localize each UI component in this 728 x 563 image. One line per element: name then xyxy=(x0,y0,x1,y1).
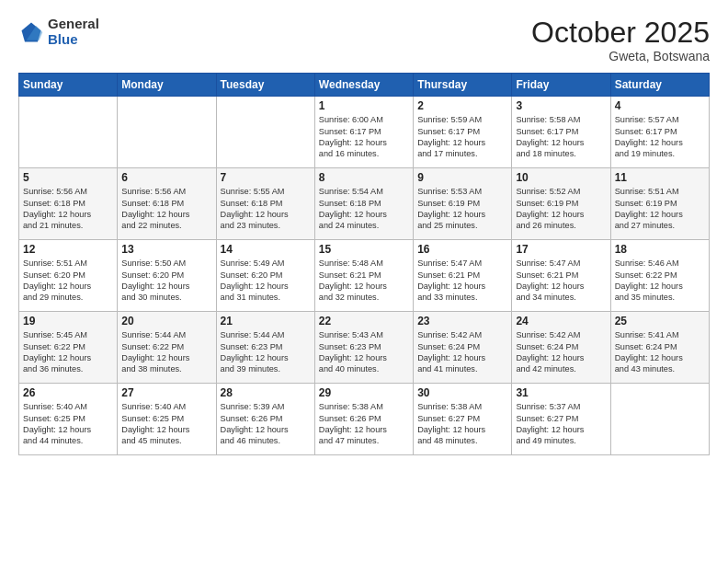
calendar-cell xyxy=(19,97,118,168)
calendar-cell: 26Sunrise: 5:40 AM Sunset: 6:25 PM Dayli… xyxy=(19,384,118,455)
day-of-week-thursday: Thursday xyxy=(414,74,512,97)
day-number: 16 xyxy=(417,243,507,256)
day-number: 6 xyxy=(121,171,211,184)
day-info: Sunrise: 5:45 AM Sunset: 6:22 PM Dayligh… xyxy=(23,329,113,375)
day-number: 18 xyxy=(615,243,705,256)
day-number: 11 xyxy=(615,171,705,184)
day-info: Sunrise: 5:52 AM Sunset: 6:19 PM Dayligh… xyxy=(516,186,606,232)
calendar-cell: 6Sunrise: 5:56 AM Sunset: 6:18 PM Daylig… xyxy=(118,168,216,240)
header: General Blue October 2025 Gweta, Botswan… xyxy=(18,17,710,63)
calendar-table: SundayMondayTuesdayWednesdayThursdayFrid… xyxy=(18,73,710,455)
calendar-cell: 7Sunrise: 5:55 AM Sunset: 6:18 PM Daylig… xyxy=(216,168,314,240)
logo-blue-text: Blue xyxy=(48,32,99,48)
day-info: Sunrise: 5:55 AM Sunset: 6:18 PM Dayligh… xyxy=(221,186,311,232)
day-of-week-saturday: Saturday xyxy=(610,74,709,97)
logo-icon xyxy=(18,19,44,45)
day-number: 21 xyxy=(221,315,311,327)
day-number: 3 xyxy=(516,99,606,112)
calendar-cell: 13Sunrise: 5:50 AM Sunset: 6:20 PM Dayli… xyxy=(118,240,216,312)
day-info: Sunrise: 6:00 AM Sunset: 6:17 PM Dayligh… xyxy=(319,114,409,160)
day-info: Sunrise: 5:39 AM Sunset: 6:26 PM Dayligh… xyxy=(221,401,311,447)
day-info: Sunrise: 5:49 AM Sunset: 6:20 PM Dayligh… xyxy=(221,258,311,304)
logo-text: General Blue xyxy=(48,17,99,47)
day-of-week-sunday: Sunday xyxy=(19,74,118,97)
day-of-week-friday: Friday xyxy=(512,74,610,97)
day-number: 29 xyxy=(319,386,409,399)
calendar-cell: 18Sunrise: 5:46 AM Sunset: 6:22 PM Dayli… xyxy=(610,240,709,312)
calendar-cell: 23Sunrise: 5:42 AM Sunset: 6:24 PM Dayli… xyxy=(414,312,512,384)
calendar-cell xyxy=(216,97,314,168)
calendar-cell: 4Sunrise: 5:57 AM Sunset: 6:17 PM Daylig… xyxy=(610,97,709,168)
day-number: 19 xyxy=(23,315,113,327)
day-info: Sunrise: 5:42 AM Sunset: 6:24 PM Dayligh… xyxy=(417,329,507,375)
day-info: Sunrise: 5:51 AM Sunset: 6:20 PM Dayligh… xyxy=(23,258,113,304)
day-number: 2 xyxy=(417,99,507,112)
day-info: Sunrise: 5:38 AM Sunset: 6:27 PM Dayligh… xyxy=(417,401,507,447)
day-number: 12 xyxy=(23,243,113,256)
day-number: 22 xyxy=(319,315,409,327)
day-of-week-wednesday: Wednesday xyxy=(314,74,413,97)
calendar-cell: 3Sunrise: 5:58 AM Sunset: 6:17 PM Daylig… xyxy=(512,97,610,168)
calendar-cell xyxy=(610,384,709,455)
logo: General Blue xyxy=(18,17,99,47)
calendar-cell: 8Sunrise: 5:54 AM Sunset: 6:18 PM Daylig… xyxy=(314,168,413,240)
logo-general-text: General xyxy=(48,17,99,32)
day-info: Sunrise: 5:47 AM Sunset: 6:21 PM Dayligh… xyxy=(516,258,606,304)
calendar-cell: 10Sunrise: 5:52 AM Sunset: 6:19 PM Dayli… xyxy=(512,168,610,240)
day-info: Sunrise: 5:44 AM Sunset: 6:23 PM Dayligh… xyxy=(221,329,311,375)
day-number: 30 xyxy=(417,386,507,399)
day-info: Sunrise: 5:43 AM Sunset: 6:23 PM Dayligh… xyxy=(319,329,409,375)
day-info: Sunrise: 5:46 AM Sunset: 6:22 PM Dayligh… xyxy=(615,258,705,304)
calendar-cell: 15Sunrise: 5:48 AM Sunset: 6:21 PM Dayli… xyxy=(314,240,413,312)
calendar-cell: 28Sunrise: 5:39 AM Sunset: 6:26 PM Dayli… xyxy=(216,384,314,455)
day-info: Sunrise: 5:56 AM Sunset: 6:18 PM Dayligh… xyxy=(121,186,211,232)
calendar-cell: 12Sunrise: 5:51 AM Sunset: 6:20 PM Dayli… xyxy=(19,240,118,312)
day-number: 17 xyxy=(516,243,606,256)
day-number: 20 xyxy=(121,315,211,327)
calendar-cell: 27Sunrise: 5:40 AM Sunset: 6:25 PM Dayli… xyxy=(118,384,216,455)
day-info: Sunrise: 5:54 AM Sunset: 6:18 PM Dayligh… xyxy=(319,186,409,232)
day-number: 31 xyxy=(516,386,606,399)
calendar-cell: 2Sunrise: 5:59 AM Sunset: 6:17 PM Daylig… xyxy=(414,97,512,168)
calendar-cell: 9Sunrise: 5:53 AM Sunset: 6:19 PM Daylig… xyxy=(414,168,512,240)
calendar-cell: 30Sunrise: 5:38 AM Sunset: 6:27 PM Dayli… xyxy=(414,384,512,455)
day-info: Sunrise: 5:57 AM Sunset: 6:17 PM Dayligh… xyxy=(615,114,705,160)
day-info: Sunrise: 5:59 AM Sunset: 6:17 PM Dayligh… xyxy=(417,114,507,160)
calendar-week-4: 19Sunrise: 5:45 AM Sunset: 6:22 PM Dayli… xyxy=(19,312,710,384)
day-number: 14 xyxy=(221,243,311,256)
day-info: Sunrise: 5:40 AM Sunset: 6:25 PM Dayligh… xyxy=(23,401,113,447)
day-number: 15 xyxy=(319,243,409,256)
calendar-cell: 16Sunrise: 5:47 AM Sunset: 6:21 PM Dayli… xyxy=(414,240,512,312)
calendar-week-1: 1Sunrise: 6:00 AM Sunset: 6:17 PM Daylig… xyxy=(19,97,710,168)
title-area: October 2025 Gweta, Botswana xyxy=(531,17,710,63)
day-info: Sunrise: 5:48 AM Sunset: 6:21 PM Dayligh… xyxy=(319,258,409,304)
day-of-week-monday: Monday xyxy=(118,74,216,97)
calendar-week-2: 5Sunrise: 5:56 AM Sunset: 6:18 PM Daylig… xyxy=(19,168,710,240)
day-info: Sunrise: 5:40 AM Sunset: 6:25 PM Dayligh… xyxy=(121,401,211,447)
calendar-cell: 1Sunrise: 6:00 AM Sunset: 6:17 PM Daylig… xyxy=(314,97,413,168)
calendar-cell: 14Sunrise: 5:49 AM Sunset: 6:20 PM Dayli… xyxy=(216,240,314,312)
day-info: Sunrise: 5:47 AM Sunset: 6:21 PM Dayligh… xyxy=(417,258,507,304)
calendar-cell: 21Sunrise: 5:44 AM Sunset: 6:23 PM Dayli… xyxy=(216,312,314,384)
day-number: 1 xyxy=(319,99,409,112)
month-title: October 2025 xyxy=(531,17,710,49)
calendar-cell: 31Sunrise: 5:37 AM Sunset: 6:27 PM Dayli… xyxy=(512,384,610,455)
calendar-week-3: 12Sunrise: 5:51 AM Sunset: 6:20 PM Dayli… xyxy=(19,240,710,312)
day-info: Sunrise: 5:56 AM Sunset: 6:18 PM Dayligh… xyxy=(23,186,113,232)
day-of-week-tuesday: Tuesday xyxy=(216,74,314,97)
day-info: Sunrise: 5:42 AM Sunset: 6:24 PM Dayligh… xyxy=(516,329,606,375)
day-number: 27 xyxy=(121,386,211,399)
calendar-week-5: 26Sunrise: 5:40 AM Sunset: 6:25 PM Dayli… xyxy=(19,384,710,455)
day-number: 23 xyxy=(417,315,507,327)
day-number: 7 xyxy=(221,171,311,184)
calendar-cell: 19Sunrise: 5:45 AM Sunset: 6:22 PM Dayli… xyxy=(19,312,118,384)
day-info: Sunrise: 5:51 AM Sunset: 6:19 PM Dayligh… xyxy=(615,186,705,232)
day-number: 25 xyxy=(615,315,705,327)
page: General Blue October 2025 Gweta, Botswan… xyxy=(0,0,728,563)
calendar-cell: 29Sunrise: 5:38 AM Sunset: 6:26 PM Dayli… xyxy=(314,384,413,455)
calendar-cell xyxy=(118,97,216,168)
calendar-cell: 24Sunrise: 5:42 AM Sunset: 6:24 PM Dayli… xyxy=(512,312,610,384)
day-info: Sunrise: 5:50 AM Sunset: 6:20 PM Dayligh… xyxy=(121,258,211,304)
calendar-header-row: SundayMondayTuesdayWednesdayThursdayFrid… xyxy=(19,74,710,97)
day-number: 9 xyxy=(417,171,507,184)
